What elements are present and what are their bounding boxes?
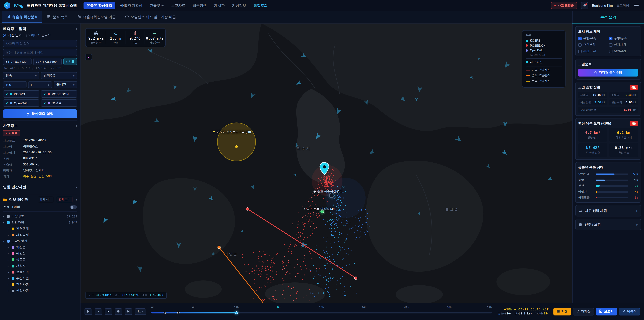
nav-item-7[interactable]: 통합조회 bbox=[250, 2, 271, 9]
nav-item-1[interactable]: HNS·대기확산 bbox=[117, 2, 146, 9]
map-canvas[interactable]: 9.2 m/s풍속 (SW)1.8 m파고9.2°C수온0.67 m/s해류 (… bbox=[80, 24, 572, 302]
forecast-button[interactable]: 예측적 bbox=[619, 307, 640, 315]
fence-line-icon bbox=[526, 75, 530, 76]
app-logo-icon bbox=[4, 2, 10, 9]
model-checkbox-POSEIDON[interactable]: ✓POSEIDON bbox=[41, 90, 77, 98]
nav-item-6[interactable]: 기상정보 bbox=[229, 2, 249, 9]
incident-row: 위치여수 돌산 남방 5NM bbox=[3, 174, 77, 180]
weather-overlay: 9.2 m/s풍속 (SW)1.8 m파고9.2°C수온0.67 m/s해류 (… bbox=[85, 28, 166, 47]
layer-item-5[interactable]: ▸ 계절별 bbox=[3, 244, 77, 250]
display-option-0[interactable]: ✓유향/유속 bbox=[578, 36, 608, 41]
notifications-bell-icon[interactable] bbox=[581, 2, 588, 9]
nav-item-2[interactable]: 긴급구난 bbox=[147, 2, 167, 9]
legend-fence-entry: 중요 오일펜스 bbox=[526, 74, 562, 78]
logout-button[interactable]: 로그아웃 bbox=[616, 3, 629, 8]
analysis-summary-tab[interactable]: 분석 요약 bbox=[572, 12, 644, 24]
city-label: 여수시 bbox=[297, 146, 311, 151]
temp-icon bbox=[126, 31, 144, 36]
owner-insurance-card[interactable]: 선주 / 보험 ▸ bbox=[575, 219, 641, 230]
unit-select[interactable]: kL▾ bbox=[28, 81, 52, 88]
subtab-2[interactable]: 유출유확산모델 이론 bbox=[73, 12, 120, 23]
layer-item-0[interactable]: ● 어장정보 17,129 bbox=[3, 213, 77, 219]
timeline-tick: 6h bbox=[192, 306, 196, 309]
tree-arrow-icon: ▸ bbox=[8, 277, 10, 280]
particle-style-button[interactable] bbox=[85, 54, 92, 60]
analysis-panel-body: 표시 정보 제어 ✓유향/유속✓풍향/풍속✓연안부착✓민감자원✓시간 표시✓날씨… bbox=[572, 24, 644, 302]
timeline-tick: 48h bbox=[404, 306, 409, 309]
nav-item-0[interactable]: 유출유 확산예측 bbox=[84, 2, 116, 9]
farm-label[interactable]: 죽도 전복 양식장 (3h) bbox=[302, 207, 336, 211]
hamburger-menu-icon[interactable] bbox=[633, 3, 640, 9]
nav-item-5[interactable]: 게시판 bbox=[211, 2, 228, 9]
layer-item-10[interactable]: ▸ 수산자원 bbox=[3, 275, 77, 281]
sensitive-resources-header[interactable]: 영향 민감자원 ▸ bbox=[3, 185, 77, 190]
layer-item-8[interactable]: ▸ 서식지 bbox=[3, 263, 77, 269]
beach-label[interactable]: 종포 해수욕장 (1h) bbox=[313, 189, 342, 194]
step-back-button[interactable] bbox=[94, 308, 102, 315]
layer-item-4[interactable]: ▾ 민감도평가 bbox=[3, 238, 77, 244]
display-option-4[interactable]: ✓시간 표시 bbox=[578, 49, 608, 53]
longitude-input[interactable] bbox=[33, 58, 62, 65]
all-layers-off-button[interactable]: 전체 끄기 bbox=[57, 197, 72, 203]
incident-info-header[interactable]: 사고정보 ▾ bbox=[3, 123, 77, 128]
weathering-bar: 에멀전5% bbox=[578, 190, 638, 194]
legend-model-entry: OpenDrift bbox=[526, 49, 562, 52]
layer-item-1[interactable]: ▾ 민감자원 3,947 bbox=[3, 219, 77, 226]
oil-type-select[interactable]: 벙커C유▾ bbox=[41, 72, 77, 79]
subtab-1[interactable]: 분석 목록 bbox=[43, 12, 72, 23]
nav-item-3[interactable]: 보고자료 bbox=[168, 2, 188, 9]
polygon-analysis-button[interactable]: 다각형 분석수행 bbox=[578, 69, 638, 77]
layer-item-3[interactable]: ▸ 사회경제 bbox=[3, 232, 77, 238]
accident-name-input[interactable] bbox=[3, 40, 77, 47]
spill-type-select[interactable]: 연속▾ bbox=[3, 72, 39, 79]
model-checkbox-앙상블[interactable]: ✓앙상블 bbox=[41, 99, 77, 107]
subtab-0[interactable]: 유출유 확산분석 bbox=[2, 12, 42, 23]
nav-item-4[interactable]: 항공탐색 bbox=[190, 2, 210, 9]
timeline-handle[interactable] bbox=[235, 311, 238, 314]
shellfish-icon bbox=[302, 208, 305, 210]
info-layers-header[interactable]: 정보 레이어 전체 켜기 전체 끄기 ▾ bbox=[3, 197, 77, 203]
playback-speed-select[interactable]: 1x▾ bbox=[135, 308, 146, 315]
report-icon bbox=[599, 309, 602, 313]
accident-list-input[interactable] bbox=[3, 49, 77, 56]
run-prediction-button[interactable]: 확산예측 실행 bbox=[3, 109, 77, 118]
chevron-down-icon: ▾ bbox=[76, 198, 77, 201]
recalc-button[interactable]: 재계산 bbox=[573, 307, 594, 315]
layer-item-6[interactable]: ▸ 해안선 bbox=[3, 250, 77, 257]
layer-item-7[interactable]: ▸ 생물종 bbox=[3, 257, 77, 263]
layer-item-11[interactable]: ▸ 관광자원 bbox=[3, 281, 77, 288]
lightning-icon bbox=[27, 112, 29, 116]
check-icon: ✓ bbox=[6, 101, 8, 105]
radio-direct-input[interactable]: 직접 입력 bbox=[3, 33, 22, 38]
display-option-5[interactable]: ✓날씨시간 bbox=[609, 49, 638, 53]
latitude-input[interactable] bbox=[3, 58, 32, 65]
layer-item-2[interactable]: ▸ 환경생태 bbox=[3, 226, 77, 232]
display-option-3[interactable]: ✓민감자원 bbox=[609, 43, 638, 47]
display-option-2[interactable]: ✓연안부착 bbox=[578, 43, 608, 47]
duration-select[interactable]: 48시간▾ bbox=[54, 81, 77, 88]
display-option-1[interactable]: ✓풍향/풍속 bbox=[609, 36, 638, 41]
report-button[interactable]: 보고서 bbox=[596, 307, 617, 315]
layer-item-12[interactable]: ▸ 산업자원 bbox=[3, 288, 77, 294]
amount-input[interactable] bbox=[3, 81, 27, 88]
analysis-panel: 분석 요약 표시 정보 제어 ✓유향/유속✓풍향/풍속✓연안부착✓민감자원✓시간… bbox=[572, 12, 644, 302]
prediction-input-header[interactable]: 예측정보 입력 ▾ bbox=[3, 26, 77, 31]
skip-start-button[interactable] bbox=[84, 308, 92, 315]
layer-item-9[interactable]: ▸ 보호지역 bbox=[3, 269, 77, 275]
skip-end-button[interactable] bbox=[125, 308, 132, 315]
subtab-3[interactable]: 오일펜스 배치 알고리즘 이론 bbox=[121, 12, 180, 23]
pick-on-map-button[interactable]: ↑지도 bbox=[63, 58, 77, 65]
fast-forward-button[interactable] bbox=[115, 308, 122, 315]
model-checkbox-OpenDrift[interactable]: ✓OpenDrift bbox=[3, 99, 39, 107]
incident-active-badge[interactable]: 사고 진행중 bbox=[551, 2, 577, 9]
play-button[interactable] bbox=[105, 308, 112, 315]
all-layers-on-button[interactable]: 전체 켜기 bbox=[38, 197, 54, 203]
vessel-spec-card[interactable]: 사고 선박 제원 ▸ bbox=[575, 205, 641, 216]
protected-area-label[interactable]: 여자만 습지보호구역 (6h) bbox=[213, 130, 251, 134]
model-checkbox-KOSPS[interactable]: ✓KOSPS bbox=[3, 90, 39, 98]
timeline-track[interactable] bbox=[151, 312, 492, 313]
master-layer-toggle[interactable] bbox=[70, 206, 77, 209]
save-button[interactable]: 저장 bbox=[553, 307, 571, 315]
radio-image-upload[interactable]: 이미지 업로드 bbox=[26, 33, 51, 38]
tree-arrow-icon: ▸ bbox=[8, 258, 10, 261]
